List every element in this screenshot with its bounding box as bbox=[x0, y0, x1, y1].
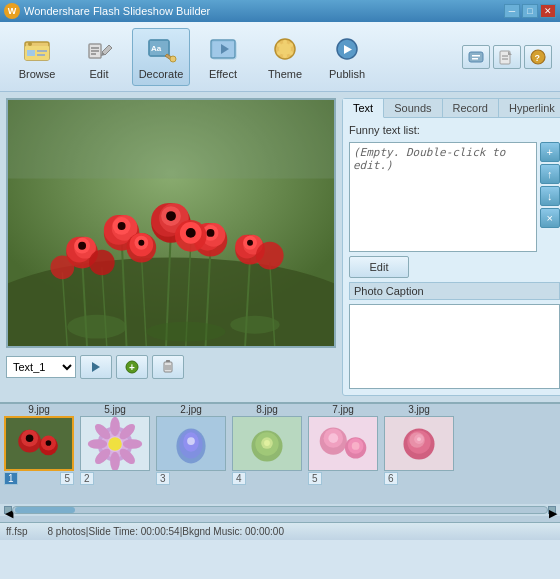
toolbar-publish-button[interactable]: Publish bbox=[318, 28, 376, 86]
svg-rect-5 bbox=[37, 54, 45, 56]
h-scrollbar-thumb bbox=[15, 507, 75, 513]
scroll-right-arrow[interactable]: ▶ bbox=[548, 506, 556, 514]
move-up-button[interactable]: ↑ bbox=[540, 164, 560, 184]
film-numbers-3: 4 bbox=[232, 472, 302, 485]
svg-rect-28 bbox=[472, 55, 480, 57]
toolbar-edit-button[interactable]: Edit bbox=[70, 28, 128, 86]
window-controls: ─ □ ✕ bbox=[504, 4, 556, 18]
photo-caption-area[interactable] bbox=[349, 304, 560, 389]
filmstrip-scroll[interactable]: 9.jpg 1 5 5.jpg bbox=[0, 404, 560, 504]
svg-point-121 bbox=[187, 437, 195, 445]
text-layer-select[interactable]: Text_1 bbox=[6, 356, 76, 378]
tabs-bar: Text Sounds Record Hyperlink bbox=[343, 99, 560, 118]
svg-point-130 bbox=[328, 433, 338, 443]
film-thumb-5 bbox=[384, 416, 454, 471]
film-num-1-4: 5 bbox=[308, 472, 322, 485]
film-item-0[interactable]: 9.jpg 1 5 bbox=[2, 404, 76, 502]
tab-record[interactable]: Record bbox=[443, 99, 499, 117]
film-label-3: 8.jpg bbox=[230, 404, 304, 415]
svg-text:+: + bbox=[129, 362, 135, 373]
toolbar-effect-button[interactable]: Effect bbox=[194, 28, 252, 86]
tab-hyperlink[interactable]: Hyperlink bbox=[499, 99, 560, 117]
svg-point-72 bbox=[247, 240, 253, 246]
svg-point-24 bbox=[277, 43, 281, 47]
film-label-4: 7.jpg bbox=[306, 404, 380, 415]
publish-icon bbox=[331, 34, 363, 66]
delete-text-button[interactable] bbox=[152, 355, 184, 379]
film-thumb-0 bbox=[4, 416, 74, 471]
film-item-2[interactable]: 2.jpg 3 bbox=[154, 404, 228, 502]
film-thumb-3 bbox=[232, 416, 302, 471]
film-label-1: 5.jpg bbox=[78, 404, 152, 415]
filmstrip-area: 9.jpg 1 5 5.jpg bbox=[0, 402, 560, 522]
svg-point-13 bbox=[170, 56, 176, 62]
svg-point-22 bbox=[283, 54, 287, 58]
svg-point-139 bbox=[417, 437, 421, 441]
app-title: Wondershare Flash Slideshow Builder bbox=[24, 5, 504, 17]
title-bar: W Wondershare Flash Slideshow Builder ─ … bbox=[0, 0, 560, 22]
add-text-item-button[interactable]: + bbox=[540, 142, 560, 162]
svg-point-19 bbox=[283, 40, 287, 44]
scroll-left-arrow[interactable]: ◀ bbox=[4, 506, 12, 514]
toolbar-decorate-button[interactable]: Aa Decorate bbox=[132, 28, 190, 86]
theme-label: Theme bbox=[268, 68, 302, 80]
svg-point-21 bbox=[289, 51, 293, 55]
maximize-button[interactable]: □ bbox=[522, 4, 538, 18]
film-item-1[interactable]: 5.jpg bbox=[78, 404, 152, 502]
funny-text-area[interactable]: (Empty. Double-click to edit.) bbox=[349, 142, 537, 252]
film-item-5[interactable]: 3.jpg 6 bbox=[382, 404, 456, 502]
film-thumb-2 bbox=[156, 416, 226, 471]
toolbar-extra-btn-3[interactable]: ? bbox=[524, 45, 552, 69]
film-item-4[interactable]: 7.jpg 5 bbox=[306, 404, 380, 502]
svg-point-81 bbox=[50, 256, 74, 280]
svg-point-2 bbox=[28, 42, 32, 46]
svg-rect-91 bbox=[166, 360, 170, 362]
funny-text-area-container: (Empty. Double-click to edit.) + ↑ ↓ × bbox=[349, 142, 560, 252]
svg-text:Aa: Aa bbox=[151, 44, 162, 53]
film-label-5: 3.jpg bbox=[382, 404, 456, 415]
svg-rect-86 bbox=[8, 100, 334, 179]
tab-sounds[interactable]: Sounds bbox=[384, 99, 442, 117]
toolbar-extra-btn-2[interactable] bbox=[493, 45, 521, 69]
funny-text-label: Funny text list: bbox=[349, 124, 560, 136]
svg-rect-3 bbox=[27, 50, 35, 56]
browse-icon bbox=[21, 34, 53, 66]
film-thumb-4 bbox=[308, 416, 378, 471]
film-numbers-0: 1 5 bbox=[4, 472, 74, 485]
play-button[interactable] bbox=[80, 355, 112, 379]
svg-point-116 bbox=[108, 437, 122, 451]
svg-point-108 bbox=[110, 417, 120, 436]
svg-point-82 bbox=[256, 242, 284, 270]
svg-rect-29 bbox=[472, 58, 478, 60]
film-num-1-5: 6 bbox=[384, 472, 398, 485]
svg-rect-4 bbox=[37, 50, 47, 52]
svg-point-73 bbox=[89, 250, 115, 276]
film-num-1-0: 1 bbox=[4, 472, 18, 485]
tab-text[interactable]: Text bbox=[343, 99, 384, 118]
toolbar-browse-button[interactable]: Browse bbox=[8, 28, 66, 86]
remove-text-item-button[interactable]: × bbox=[540, 208, 560, 228]
svg-point-133 bbox=[352, 442, 360, 450]
main-area: Text_1 + Text Sounds Record Hyperlink Fu… bbox=[0, 92, 560, 402]
minimize-button[interactable]: ─ bbox=[504, 4, 520, 18]
svg-point-80 bbox=[186, 228, 196, 238]
h-scrollbar[interactable] bbox=[12, 506, 548, 514]
svg-marker-87 bbox=[92, 362, 100, 372]
film-item-3[interactable]: 8.jpg 4 bbox=[230, 404, 304, 502]
move-down-button[interactable]: ↓ bbox=[540, 186, 560, 206]
film-num-1-2: 3 bbox=[156, 472, 170, 485]
svg-rect-102 bbox=[6, 418, 72, 469]
svg-point-126 bbox=[264, 440, 270, 446]
add-text-button[interactable]: + bbox=[116, 355, 148, 379]
film-num-2-0: 5 bbox=[60, 472, 74, 485]
close-button[interactable]: ✕ bbox=[540, 4, 556, 18]
preview-canvas bbox=[6, 98, 336, 348]
filmstrip-scrollbar[interactable]: ◀ ▶ bbox=[0, 504, 560, 516]
toolbar-extra-btn-1[interactable] bbox=[462, 45, 490, 69]
svg-rect-27 bbox=[469, 52, 483, 62]
film-num-1-3: 4 bbox=[232, 472, 246, 485]
svg-point-52 bbox=[78, 242, 86, 250]
edit-button[interactable]: Edit bbox=[349, 256, 409, 278]
toolbar-theme-button[interactable]: Theme bbox=[256, 28, 314, 86]
svg-point-57 bbox=[118, 222, 126, 230]
